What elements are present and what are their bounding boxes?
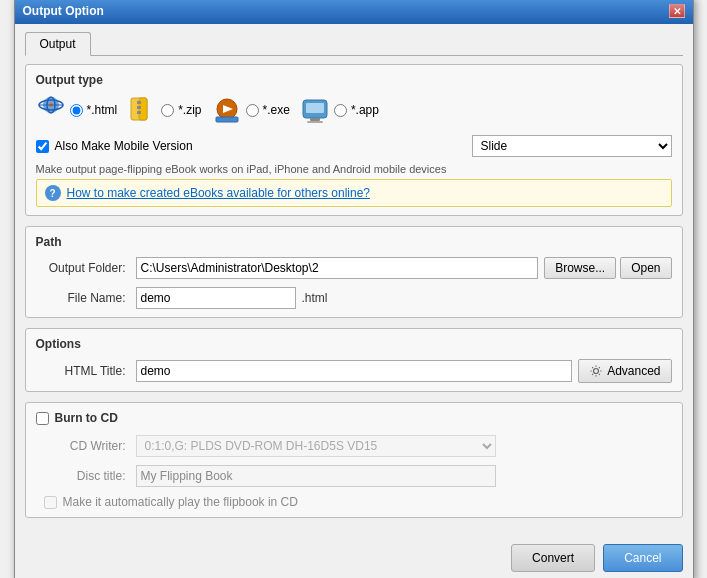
output-folder-label: Output Folder: xyxy=(36,261,136,275)
output-type-section: Output type *.html xyxy=(25,64,683,216)
mobile-version-row: Also Make Mobile Version Slide Flip Turn xyxy=(36,135,672,157)
output-type-exe: *.exe xyxy=(212,95,290,125)
app-icon xyxy=(300,95,330,125)
close-button[interactable]: ✕ xyxy=(669,4,685,18)
output-folder-input[interactable] xyxy=(136,257,539,279)
main-window: Output Option ✕ Output Output type xyxy=(14,0,694,578)
advanced-label: Advanced xyxy=(607,364,660,378)
burn-title-row: Burn to CD xyxy=(36,411,672,425)
slide-dropdown[interactable]: Slide Flip Turn xyxy=(472,135,672,157)
filename-row: File Name: .html xyxy=(36,287,672,309)
tab-bar: Output xyxy=(25,32,683,56)
cd-writer-row: CD Writer: 0:1:0,G: PLDS DVD-ROM DH-16D5… xyxy=(36,435,672,457)
info-box: ? How to make created eBooks available f… xyxy=(36,179,672,207)
svg-rect-7 xyxy=(137,101,141,104)
mobile-checkbox[interactable] xyxy=(36,140,49,153)
file-name-input[interactable] xyxy=(136,287,296,309)
radio-html[interactable] xyxy=(70,104,83,117)
cd-writer-select[interactable]: 0:1:0,G: PLDS DVD-ROM DH-16D5S VD15 xyxy=(136,435,496,457)
cd-writer-label: CD Writer: xyxy=(36,439,136,453)
footer: Convert Cancel xyxy=(15,538,693,578)
window-title: Output Option xyxy=(23,4,104,18)
autoplay-label: Make it automatically play the flipbook … xyxy=(63,495,298,509)
zip-icon xyxy=(127,95,157,125)
output-types-row: *.html *.zip xyxy=(36,95,672,125)
burn-checkbox[interactable] xyxy=(36,412,49,425)
html-title-row: HTML Title: Advanced xyxy=(36,359,672,383)
advanced-button[interactable]: Advanced xyxy=(578,359,671,383)
file-extension: .html xyxy=(302,291,328,305)
disc-title-label: Disc title: xyxy=(36,469,136,483)
info-icon: ? xyxy=(45,185,61,201)
title-bar: Output Option ✕ xyxy=(15,0,693,24)
window-content: Output Output type *.html xyxy=(15,24,693,538)
radio-exe[interactable] xyxy=(246,104,259,117)
title-bar-controls: ✕ xyxy=(669,4,685,18)
gear-icon xyxy=(589,364,603,378)
html-label: *.html xyxy=(87,103,118,117)
options-section: Options HTML Title: Advanced xyxy=(25,328,683,392)
cancel-button[interactable]: Cancel xyxy=(603,544,682,572)
html-icon xyxy=(36,95,66,125)
app-label: *.app xyxy=(351,103,379,117)
file-name-label: File Name: xyxy=(36,291,136,305)
path-title: Path xyxy=(36,235,672,249)
browse-button[interactable]: Browse... xyxy=(544,257,616,279)
autoplay-row: Make it automatically play the flipbook … xyxy=(44,495,672,509)
open-button[interactable]: Open xyxy=(620,257,671,279)
radio-app[interactable] xyxy=(334,104,347,117)
info-link[interactable]: How to make created eBooks available for… xyxy=(67,186,371,200)
radio-zip[interactable] xyxy=(161,104,174,117)
mobile-checkbox-label: Also Make Mobile Version xyxy=(55,139,193,153)
output-type-app: *.app xyxy=(300,95,379,125)
output-type-html: *.html xyxy=(36,95,118,125)
exe-icon xyxy=(212,95,242,125)
tab-output[interactable]: Output xyxy=(25,32,91,56)
output-type-zip: *.zip xyxy=(127,95,201,125)
svg-point-17 xyxy=(594,369,599,374)
burn-to-cd-section: Burn to CD CD Writer: 0:1:0,G: PLDS DVD-… xyxy=(25,402,683,518)
disc-title-input[interactable] xyxy=(136,465,496,487)
autoplay-checkbox[interactable] xyxy=(44,496,57,509)
svg-rect-9 xyxy=(137,111,141,114)
svg-rect-16 xyxy=(307,121,323,123)
svg-rect-14 xyxy=(306,103,324,113)
burn-title: Burn to CD xyxy=(55,411,118,425)
output-type-title: Output type xyxy=(36,73,672,87)
path-buttons: Browse... Open xyxy=(544,257,671,279)
svg-rect-15 xyxy=(310,118,320,121)
html-title-label: HTML Title: xyxy=(36,364,136,378)
disc-title-row: Disc title: xyxy=(36,465,672,487)
svg-rect-8 xyxy=(137,106,141,109)
options-title: Options xyxy=(36,337,672,351)
html-title-input[interactable] xyxy=(136,360,573,382)
path-section: Path Output Folder: Browse... Open File … xyxy=(25,226,683,318)
convert-button[interactable]: Convert xyxy=(511,544,595,572)
output-folder-row: Output Folder: Browse... Open xyxy=(36,257,672,279)
mobile-left: Also Make Mobile Version xyxy=(36,139,193,153)
exe-label: *.exe xyxy=(263,103,290,117)
svg-rect-12 xyxy=(216,117,238,122)
zip-label: *.zip xyxy=(178,103,201,117)
mobile-description: Make output page-flipping eBook works on… xyxy=(36,163,672,175)
